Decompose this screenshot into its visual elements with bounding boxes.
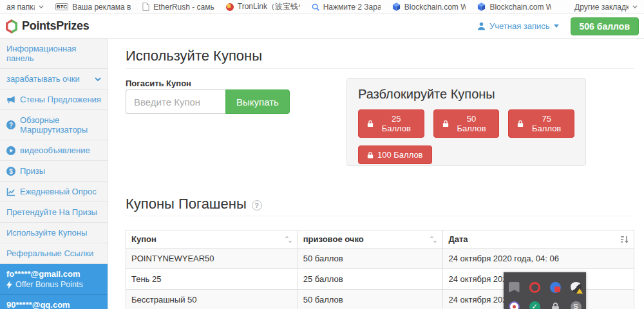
sort-icon xyxy=(285,236,292,243)
cell-date: 24 октября 2020 года, 04: 06 xyxy=(443,248,634,269)
main-content: Используйте Купоны Погасить Купон Выкупа… xyxy=(108,39,644,309)
bookmark-item[interactable]: BTC Ваша реклама в с xyxy=(55,3,131,12)
unlock-buttons-row: 100 Баллов xyxy=(358,145,574,164)
bolt-icon xyxy=(6,281,12,289)
header-right: Учетная запись 506 баллов xyxy=(477,17,639,35)
cell-points: 25 баллов xyxy=(298,269,443,290)
sidebar-item-prizes[interactable]: $ Призы xyxy=(0,161,108,182)
ribbon-icon[interactable] xyxy=(509,282,520,293)
sidebar-item-referral-links[interactable]: Реферальные Ссылки xyxy=(0,243,108,264)
unlock-button-label: 100 Баллов xyxy=(377,150,423,160)
sidebar-item-offer-walls[interactable]: Стены Предложения xyxy=(0,89,108,110)
sidebar: Информационная панель зарабатывать очки … xyxy=(0,39,108,309)
cell-points: 50 баллов xyxy=(298,290,443,309)
unlock-100-button[interactable]: 100 Баллов xyxy=(358,145,432,164)
sync-app-icon[interactable] xyxy=(550,282,561,293)
question-circle-icon: ? xyxy=(6,120,15,129)
system-tray-popup xyxy=(504,272,586,309)
redeemed-coupons-header: Купоны Погашены xyxy=(126,196,262,212)
unlock-50-button[interactable]: 50 Баллов xyxy=(433,109,500,138)
sidebar-item-earn-points[interactable]: зарабатывать очки xyxy=(0,69,108,89)
screen: ая папка BTC Ваша реклама в с EtherRush … xyxy=(0,0,644,309)
brand-logo[interactable]: PointsPrizes xyxy=(5,19,89,33)
lock-icon xyxy=(517,120,524,127)
column-label: Купон xyxy=(131,234,285,244)
column-header-date[interactable]: Дата xyxy=(443,230,634,248)
help-icon[interactable] xyxy=(252,200,262,211)
lock-icon xyxy=(442,120,449,127)
bookmark-label: TronLink（波宝钱包 xyxy=(238,1,300,12)
page-title: Используйте Купоны xyxy=(126,48,262,64)
column-header-coupon[interactable]: Купон xyxy=(126,230,298,248)
bookmark-item[interactable]: Blockchain.com Wa xyxy=(392,3,466,12)
chevron-down-icon xyxy=(39,5,44,8)
lock-icon[interactable] xyxy=(550,301,561,309)
bookmark-label: Blockchain.com Wa xyxy=(404,3,466,12)
blockchain-cube-icon xyxy=(477,3,486,11)
sidebar-item-label: Претендуйте На Призы xyxy=(6,207,101,217)
sidebar-item-label: Призы xyxy=(20,166,101,176)
opera-icon[interactable] xyxy=(529,282,540,293)
redeem-coupon-label: Погасить Купон xyxy=(126,79,191,88)
pointsprizes-logo-icon xyxy=(5,19,18,33)
lock-icon xyxy=(367,120,374,127)
unlock-75-button[interactable]: 75 Баллов xyxy=(508,109,574,138)
other-bookmarks-button[interactable]: Другие закладки xyxy=(574,3,638,12)
sidebar-item-label: зарабатывать очки xyxy=(6,74,90,84)
sort-icon xyxy=(430,236,437,243)
shield-warning-icon[interactable] xyxy=(571,282,582,293)
column-header-points[interactable]: призовое очко xyxy=(298,230,443,248)
unlock-button-label: 75 Баллов xyxy=(527,114,565,133)
unlock-coupons-panel: Разблокируйте Купоны 25 Баллов 50 Баллов… xyxy=(346,78,586,166)
search-icon xyxy=(312,3,319,11)
sidebar-item-use-coupons[interactable]: Используйте Купоны xyxy=(0,223,108,243)
coin-icon: $ xyxy=(6,167,15,176)
chevron-down-icon xyxy=(632,5,638,8)
sidebar-item-daily-poll[interactable]: Ежедневный Опрос xyxy=(0,182,108,202)
s-app-icon[interactable] xyxy=(571,301,582,309)
sidebar-item-label: Обзорные Маршрутизаторы xyxy=(20,115,101,135)
unlock-panel-title: Разблокируйте Купоны xyxy=(358,87,574,102)
page-icon xyxy=(142,3,149,11)
points-balance-badge[interactable]: 506 баллов xyxy=(571,17,639,35)
bookmark-item[interactable]: Blockchain.com Wa xyxy=(477,3,551,12)
account-menu[interactable]: Учетная запись xyxy=(477,21,559,31)
bookmark-label: Ваша реклама в с xyxy=(72,3,131,12)
bookmark-item[interactable]: EtherRush - самый xyxy=(142,3,214,12)
bonus-notification[interactable]: fo*****@gmail.com Offer Bonus Points xyxy=(0,264,108,295)
cell-points: 50 баллов xyxy=(298,248,443,269)
bonus-notification[interactable]: 90*****@qq.com Offer Bonus Points xyxy=(0,295,108,309)
sidebar-item-dashboard[interactable]: Информационная панель xyxy=(0,39,108,69)
svg-text:?: ? xyxy=(9,122,13,129)
check-icon[interactable] xyxy=(529,301,540,309)
brand-name: PointsPrizes xyxy=(22,19,89,33)
bookmark-label: ая папка xyxy=(6,3,35,12)
bookmark-label: EtherRush - самый xyxy=(153,3,214,12)
bookmark-label: Blockchain.com Wa xyxy=(489,3,551,12)
bookmark-item[interactable]: TronLink（波宝钱包 xyxy=(226,1,300,12)
sidebar-item-video-ads[interactable]: видеообъявление xyxy=(0,140,108,161)
chevron-down-icon xyxy=(95,77,101,81)
person-icon xyxy=(477,22,486,30)
record-icon[interactable] xyxy=(509,301,520,309)
unlock-25-button[interactable]: 25 Баллов xyxy=(358,109,424,138)
sidebar-item-claim-prizes[interactable]: Претендуйте На Призы xyxy=(0,202,108,223)
sidebar-item-label: видеообъявление xyxy=(20,145,101,155)
bookmark-item[interactable]: Нажмите 2 Зараб xyxy=(312,3,381,12)
column-label: Дата xyxy=(448,234,621,244)
chevron-down-icon xyxy=(554,24,559,28)
sidebar-item-survey-routers[interactable]: ? Обзорные Маршрутизаторы xyxy=(0,110,108,140)
sidebar-item-label: Информационная панель xyxy=(6,44,101,63)
play-circle-icon xyxy=(6,146,15,155)
lock-icon xyxy=(367,151,374,159)
bookmark-folder[interactable]: ая папка xyxy=(6,3,44,12)
table-row: POINTYNEWYEAR50 50 баллов 24 октября 202… xyxy=(126,248,634,269)
redeem-button[interactable]: Выкупать xyxy=(225,89,290,114)
unlock-button-label: 25 Баллов xyxy=(377,114,415,133)
coupon-input[interactable] xyxy=(126,89,225,114)
bookmark-label: Нажмите 2 Зараб xyxy=(323,3,381,12)
sort-desc-icon xyxy=(621,236,629,243)
site-header: PointsPrizes Учетная запись 506 баллов xyxy=(0,14,644,39)
notification-email: fo*****@gmail.com xyxy=(6,268,101,279)
chart-icon xyxy=(6,187,15,196)
